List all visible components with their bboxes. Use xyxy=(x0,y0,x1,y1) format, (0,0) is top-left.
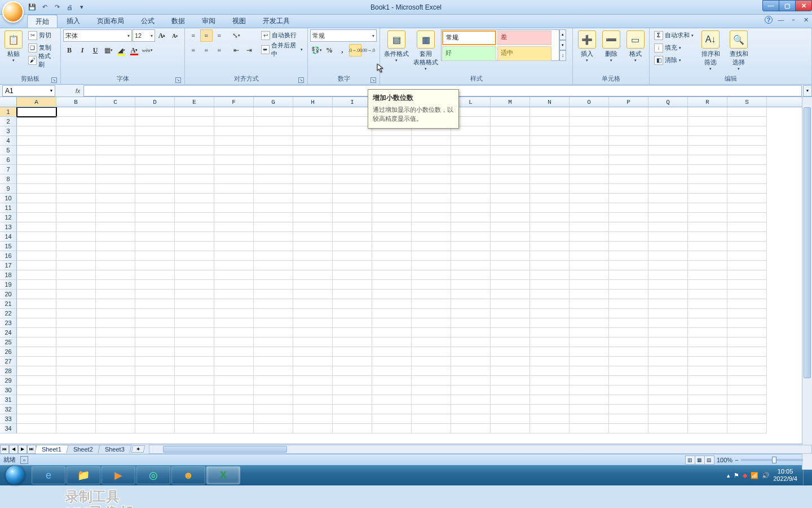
cell-B9[interactable] xyxy=(56,184,96,194)
cell-I2[interactable] xyxy=(333,117,372,126)
cell-H9[interactable] xyxy=(293,184,333,194)
cell-P24[interactable] xyxy=(609,328,648,338)
cell-R12[interactable] xyxy=(688,213,727,222)
horizontal-scrollbar[interactable] xyxy=(149,445,812,454)
view-pagelayout[interactable]: ▦ xyxy=(695,456,705,465)
align-launcher[interactable]: ↘ xyxy=(298,77,304,83)
col-header-M[interactable]: M xyxy=(491,97,530,107)
row-header-30[interactable]: 30 xyxy=(0,386,17,395)
cell-C27[interactable] xyxy=(96,357,135,366)
doc-restore-icon[interactable]: ▫ xyxy=(789,16,797,24)
cell-F34[interactable] xyxy=(214,424,254,433)
cell-K32[interactable] xyxy=(412,405,451,414)
cell-F32[interactable] xyxy=(214,405,254,414)
row-header-17[interactable]: 17 xyxy=(0,261,17,270)
cell-D24[interactable] xyxy=(135,328,175,338)
cell-M15[interactable] xyxy=(491,242,530,251)
cell-I29[interactable] xyxy=(333,376,372,386)
cell-G11[interactable] xyxy=(254,203,293,213)
cell-G5[interactable] xyxy=(254,146,293,155)
cell-G27[interactable] xyxy=(254,357,293,366)
cell-D33[interactable] xyxy=(135,414,175,424)
cell-I5[interactable] xyxy=(333,146,372,155)
cell-K6[interactable] xyxy=(412,155,451,165)
cell-C22[interactable] xyxy=(96,309,135,318)
cell-O11[interactable] xyxy=(570,203,609,213)
col-header-O[interactable]: O xyxy=(570,97,609,107)
maximize-button[interactable]: ▢ xyxy=(779,0,796,11)
cell-R18[interactable] xyxy=(688,270,727,280)
cell-H13[interactable] xyxy=(293,222,333,232)
cell-O28[interactable] xyxy=(570,366,609,376)
cell-P30[interactable] xyxy=(609,386,648,395)
cell-N19[interactable] xyxy=(530,280,570,290)
cell-F33[interactable] xyxy=(214,414,254,424)
row-header-22[interactable]: 22 xyxy=(0,309,17,318)
cell-H20[interactable] xyxy=(293,290,333,299)
cell-B3[interactable] xyxy=(56,126,96,136)
row-header-8[interactable]: 8 xyxy=(0,174,17,184)
cell-L16[interactable] xyxy=(451,251,491,261)
cell-P29[interactable] xyxy=(609,376,648,386)
cell-O24[interactable] xyxy=(570,328,609,338)
cell-S4[interactable] xyxy=(727,136,767,146)
decrease-decimal-button[interactable]: .00→.0 xyxy=(362,44,374,56)
cell-I11[interactable] xyxy=(333,203,372,213)
cell-C34[interactable] xyxy=(96,424,135,433)
shrink-font-button[interactable]: A▾ xyxy=(169,29,181,42)
cell-C32[interactable] xyxy=(96,405,135,414)
cell-A11[interactable] xyxy=(17,203,56,213)
cell-L32[interactable] xyxy=(451,405,491,414)
cell-Q25[interactable] xyxy=(648,338,688,347)
cell-Q7[interactable] xyxy=(648,165,688,174)
cell-B15[interactable] xyxy=(56,242,96,251)
cell-M22[interactable] xyxy=(491,309,530,318)
cell-N20[interactable] xyxy=(530,290,570,299)
cell-I3[interactable] xyxy=(333,126,372,136)
cell-Q29[interactable] xyxy=(648,376,688,386)
cell-S20[interactable] xyxy=(727,290,767,299)
cell-F19[interactable] xyxy=(214,280,254,290)
cell-L18[interactable] xyxy=(451,270,491,280)
cell-M31[interactable] xyxy=(491,395,530,405)
cell-O26[interactable] xyxy=(570,347,609,357)
row-header-31[interactable]: 31 xyxy=(0,395,17,405)
cell-F18[interactable] xyxy=(214,270,254,280)
cell-H16[interactable] xyxy=(293,251,333,261)
cell-S28[interactable] xyxy=(727,366,767,376)
cell-B34[interactable] xyxy=(56,424,96,433)
cell-R21[interactable] xyxy=(688,299,727,309)
cell-J10[interactable] xyxy=(372,194,412,203)
cell-K21[interactable] xyxy=(412,299,451,309)
qat-print[interactable]: 🖨 xyxy=(64,2,74,12)
cell-L17[interactable] xyxy=(451,261,491,270)
cell-J7[interactable] xyxy=(372,165,412,174)
cell-C25[interactable] xyxy=(96,338,135,347)
row-header-4[interactable]: 4 xyxy=(0,136,17,146)
cell-C10[interactable] xyxy=(96,194,135,203)
grow-font-button[interactable]: A▴ xyxy=(156,29,168,42)
cell-K25[interactable] xyxy=(412,338,451,347)
cell-H15[interactable] xyxy=(293,242,333,251)
cell-J9[interactable] xyxy=(372,184,412,194)
cell-R1[interactable] xyxy=(688,107,727,117)
cell-F13[interactable] xyxy=(214,222,254,232)
cell-M29[interactable] xyxy=(491,376,530,386)
cell-L5[interactable] xyxy=(451,146,491,155)
style-bad[interactable]: 差 xyxy=(497,30,551,45)
format-painter-button[interactable]: 🖌格式刷 xyxy=(26,54,58,66)
cell-P17[interactable] xyxy=(609,261,648,270)
tab-review[interactable]: 审阅 xyxy=(194,15,223,28)
cell-H12[interactable] xyxy=(293,213,333,222)
cell-R11[interactable] xyxy=(688,203,727,213)
style-normal[interactable]: 常规 xyxy=(442,30,496,45)
cell-Q2[interactable] xyxy=(648,117,688,126)
cell-E19[interactable] xyxy=(175,280,214,290)
cell-E11[interactable] xyxy=(175,203,214,213)
cell-Q21[interactable] xyxy=(648,299,688,309)
cell-O34[interactable] xyxy=(570,424,609,433)
cell-B4[interactable] xyxy=(56,136,96,146)
cell-S29[interactable] xyxy=(727,376,767,386)
cell-Q9[interactable] xyxy=(648,184,688,194)
cell-K28[interactable] xyxy=(412,366,451,376)
